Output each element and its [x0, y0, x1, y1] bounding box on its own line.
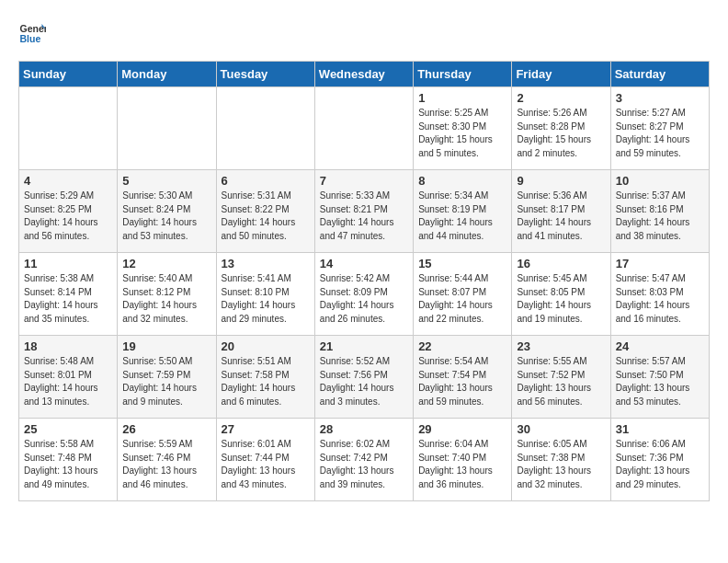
weekday-header-friday: Friday — [512, 62, 610, 87]
day-info: Sunrise: 5:33 AM Sunset: 8:21 PM Dayligh… — [320, 190, 408, 243]
day-number: 16 — [517, 257, 605, 270]
calendar-day — [314, 87, 413, 170]
day-info: Sunrise: 5:50 AM Sunset: 7:59 PM Dayligh… — [122, 355, 210, 408]
day-info: Sunrise: 5:42 AM Sunset: 8:09 PM Dayligh… — [320, 272, 408, 326]
calendar-day: 18Sunrise: 5:48 AM Sunset: 8:01 PM Dayli… — [19, 336, 118, 419]
calendar-day: 8Sunrise: 5:34 AM Sunset: 8:19 PM Daylig… — [414, 170, 512, 253]
calendar-day: 31Sunrise: 6:06 AM Sunset: 7:36 PM Dayli… — [610, 419, 709, 501]
day-info: Sunrise: 6:06 AM Sunset: 7:36 PM Dayligh… — [616, 438, 704, 491]
day-info: Sunrise: 5:34 AM Sunset: 8:19 PM Dayligh… — [418, 190, 506, 243]
calendar-day: 12Sunrise: 5:40 AM Sunset: 8:12 PM Dayli… — [118, 253, 216, 336]
day-info: Sunrise: 5:44 AM Sunset: 8:07 PM Dayligh… — [418, 272, 506, 326]
day-number: 27 — [222, 422, 310, 436]
day-info: Sunrise: 5:57 AM Sunset: 7:50 PM Dayligh… — [616, 355, 704, 408]
calendar-day: 6Sunrise: 5:31 AM Sunset: 8:22 PM Daylig… — [216, 170, 314, 253]
day-info: Sunrise: 5:45 AM Sunset: 8:05 PM Dayligh… — [517, 272, 605, 326]
calendar-day: 5Sunrise: 5:30 AM Sunset: 8:24 PM Daylig… — [118, 170, 216, 253]
day-info: Sunrise: 5:37 AM Sunset: 8:16 PM Dayligh… — [616, 190, 704, 243]
calendar-day: 20Sunrise: 5:51 AM Sunset: 7:58 PM Dayli… — [216, 336, 314, 419]
day-info: Sunrise: 6:01 AM Sunset: 7:44 PM Dayligh… — [222, 438, 310, 491]
weekday-header-thursday: Thursday — [414, 62, 512, 87]
calendar-day: 17Sunrise: 5:47 AM Sunset: 8:03 PM Dayli… — [610, 253, 709, 336]
calendar-day: 9Sunrise: 5:36 AM Sunset: 8:17 PM Daylig… — [512, 170, 610, 253]
day-info: Sunrise: 5:31 AM Sunset: 8:22 PM Dayligh… — [222, 190, 310, 243]
day-info: Sunrise: 5:25 AM Sunset: 8:30 PM Dayligh… — [418, 107, 506, 160]
day-number: 13 — [222, 257, 310, 270]
calendar-day: 1Sunrise: 5:25 AM Sunset: 8:30 PM Daylig… — [414, 87, 512, 170]
calendar-week-2: 4Sunrise: 5:29 AM Sunset: 8:25 PM Daylig… — [19, 170, 710, 253]
calendar-day: 22Sunrise: 5:54 AM Sunset: 7:54 PM Dayli… — [414, 336, 512, 419]
calendar-week-3: 11Sunrise: 5:38 AM Sunset: 8:14 PM Dayli… — [19, 253, 710, 336]
day-number: 1 — [418, 91, 506, 105]
day-number: 8 — [418, 174, 506, 188]
day-info: Sunrise: 5:38 AM Sunset: 8:14 PM Dayligh… — [24, 272, 112, 326]
calendar-day: 27Sunrise: 6:01 AM Sunset: 7:44 PM Dayli… — [216, 419, 314, 501]
day-info: Sunrise: 6:04 AM Sunset: 7:40 PM Dayligh… — [418, 438, 506, 491]
calendar-day: 23Sunrise: 5:55 AM Sunset: 7:52 PM Dayli… — [512, 336, 610, 419]
day-number: 14 — [320, 257, 408, 270]
day-number: 31 — [616, 422, 704, 436]
day-number: 20 — [222, 339, 310, 353]
svg-text:Blue: Blue — [20, 33, 41, 44]
day-info: Sunrise: 5:52 AM Sunset: 7:56 PM Dayligh… — [320, 355, 408, 408]
day-number: 4 — [24, 174, 112, 188]
day-number: 21 — [320, 339, 408, 353]
calendar-day — [216, 87, 314, 170]
calendar-day: 26Sunrise: 5:59 AM Sunset: 7:46 PM Dayli… — [118, 419, 216, 501]
calendar-day: 7Sunrise: 5:33 AM Sunset: 8:21 PM Daylig… — [314, 170, 413, 253]
calendar-week-1: 1Sunrise: 5:25 AM Sunset: 8:30 PM Daylig… — [19, 87, 710, 170]
day-number: 22 — [418, 339, 506, 353]
calendar-day: 10Sunrise: 5:37 AM Sunset: 8:16 PM Dayli… — [610, 170, 709, 253]
day-info: Sunrise: 5:55 AM Sunset: 7:52 PM Dayligh… — [517, 355, 605, 408]
calendar-day: 4Sunrise: 5:29 AM Sunset: 8:25 PM Daylig… — [19, 170, 118, 253]
day-info: Sunrise: 5:30 AM Sunset: 8:24 PM Dayligh… — [122, 190, 210, 243]
day-number: 25 — [24, 422, 112, 436]
calendar-day: 28Sunrise: 6:02 AM Sunset: 7:42 PM Dayli… — [314, 419, 413, 501]
calendar-day — [118, 87, 216, 170]
weekday-header-wednesday: Wednesday — [314, 62, 413, 87]
day-number: 5 — [122, 174, 210, 188]
calendar-table: SundayMondayTuesdayWednesdayThursdayFrid… — [18, 61, 710, 501]
day-info: Sunrise: 5:29 AM Sunset: 8:25 PM Dayligh… — [24, 190, 112, 243]
day-number: 15 — [418, 257, 506, 270]
calendar-day: 29Sunrise: 6:04 AM Sunset: 7:40 PM Dayli… — [414, 419, 512, 501]
calendar-day: 11Sunrise: 5:38 AM Sunset: 8:14 PM Dayli… — [19, 253, 118, 336]
day-info: Sunrise: 5:36 AM Sunset: 8:17 PM Dayligh… — [517, 190, 605, 243]
calendar-header-row: SundayMondayTuesdayWednesdayThursdayFrid… — [19, 62, 710, 87]
day-number: 18 — [24, 339, 112, 353]
day-number: 10 — [616, 174, 704, 188]
day-info: Sunrise: 5:51 AM Sunset: 7:58 PM Dayligh… — [222, 355, 310, 408]
logo-icon: General Blue — [18, 18, 46, 46]
calendar-day: 13Sunrise: 5:41 AM Sunset: 8:10 PM Dayli… — [216, 253, 314, 336]
weekday-header-tuesday: Tuesday — [216, 62, 314, 87]
day-number: 24 — [616, 339, 704, 353]
logo: General Blue — [18, 18, 50, 46]
calendar-day: 21Sunrise: 5:52 AM Sunset: 7:56 PM Dayli… — [314, 336, 413, 419]
calendar-day: 25Sunrise: 5:58 AM Sunset: 7:48 PM Dayli… — [19, 419, 118, 501]
day-number: 6 — [222, 174, 310, 188]
day-info: Sunrise: 5:48 AM Sunset: 8:01 PM Dayligh… — [24, 355, 112, 408]
day-number: 12 — [122, 257, 210, 270]
calendar-week-4: 18Sunrise: 5:48 AM Sunset: 8:01 PM Dayli… — [19, 336, 710, 419]
calendar-day: 30Sunrise: 6:05 AM Sunset: 7:38 PM Dayli… — [512, 419, 610, 501]
day-info: Sunrise: 6:02 AM Sunset: 7:42 PM Dayligh… — [320, 438, 408, 491]
calendar-day: 3Sunrise: 5:27 AM Sunset: 8:27 PM Daylig… — [610, 87, 709, 170]
page-header: General Blue — [18, 18, 710, 46]
day-info: Sunrise: 5:47 AM Sunset: 8:03 PM Dayligh… — [616, 272, 704, 326]
day-number: 2 — [517, 91, 605, 105]
day-info: Sunrise: 5:27 AM Sunset: 8:27 PM Dayligh… — [616, 107, 704, 160]
day-number: 9 — [517, 174, 605, 188]
weekday-header-monday: Monday — [118, 62, 216, 87]
day-number: 26 — [122, 422, 210, 436]
day-number: 23 — [517, 339, 605, 353]
day-number: 28 — [320, 422, 408, 436]
day-info: Sunrise: 5:58 AM Sunset: 7:48 PM Dayligh… — [24, 438, 112, 491]
day-number: 29 — [418, 422, 506, 436]
day-info: Sunrise: 5:54 AM Sunset: 7:54 PM Dayligh… — [418, 355, 506, 408]
weekday-header-saturday: Saturday — [610, 62, 709, 87]
day-info: Sunrise: 6:05 AM Sunset: 7:38 PM Dayligh… — [517, 438, 605, 491]
day-info: Sunrise: 5:26 AM Sunset: 8:28 PM Dayligh… — [517, 107, 605, 160]
day-number: 19 — [122, 339, 210, 353]
calendar-day: 19Sunrise: 5:50 AM Sunset: 7:59 PM Dayli… — [118, 336, 216, 419]
calendar-week-5: 25Sunrise: 5:58 AM Sunset: 7:48 PM Dayli… — [19, 419, 710, 501]
